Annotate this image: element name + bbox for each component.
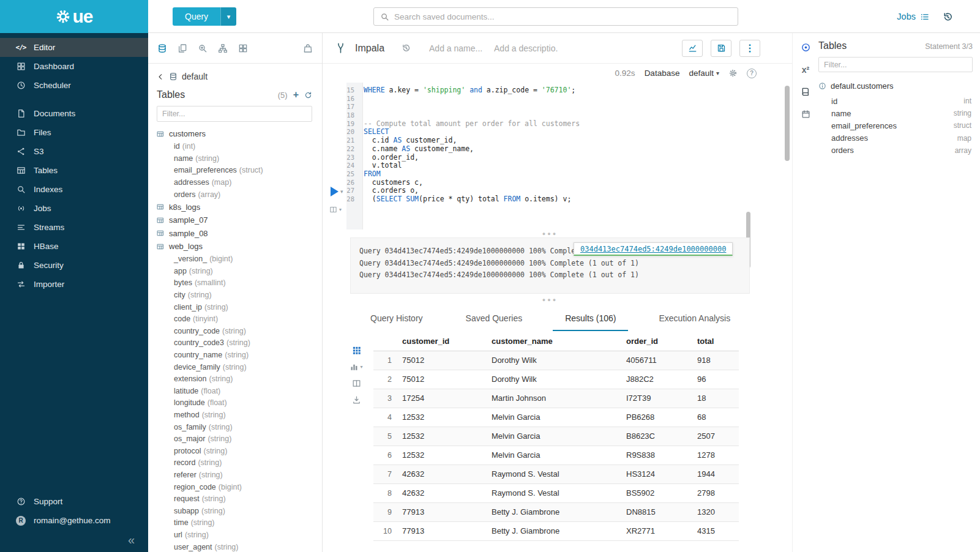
assist-column-row[interactable]: email_preferences(struct) <box>157 165 312 177</box>
documents-copy-icon[interactable] <box>178 43 187 53</box>
zoom-plus-icon[interactable] <box>198 43 208 53</box>
assist-column-row[interactable]: os_major(string) <box>157 433 312 445</box>
assist-column-row[interactable]: user_agent(string) <box>157 541 312 552</box>
tab-execution-analysis[interactable]: Execution Analysis <box>646 307 742 331</box>
sidebar-item-scheduler[interactable]: Scheduler <box>0 76 148 95</box>
assist-column-row[interactable]: region_code(bigint) <box>157 481 312 493</box>
sidebar-item-tables[interactable]: Tables <box>0 161 148 180</box>
sidebar-item-security[interactable]: Security <box>0 256 148 275</box>
assist-column-row[interactable]: code(tinyint) <box>157 313 312 325</box>
functions-superscript-icon[interactable]: x² <box>802 65 809 74</box>
code-line[interactable]: 16 <box>323 95 774 103</box>
sidebar-item-editor[interactable]: </>Editor <box>0 38 148 57</box>
assist-column-row[interactable]: longitude(float) <box>157 397 312 409</box>
code-line[interactable]: 25FROM <box>323 170 774 179</box>
assist-column-row[interactable]: extension(string) <box>157 373 312 385</box>
new-query-button[interactable]: Query ▾ <box>173 7 236 26</box>
right-filter-input[interactable] <box>824 61 967 69</box>
jobs-link[interactable]: Jobs <box>897 12 929 21</box>
assist-column-row[interactable]: client_ip(string) <box>157 301 312 313</box>
code-line[interactable]: 26 customers c, <box>323 179 774 187</box>
query-name-input[interactable] <box>429 43 485 53</box>
assist-column-row[interactable]: record(string) <box>157 457 312 469</box>
assist-table-sample-08[interactable]: sample_08 <box>157 226 312 240</box>
user-menu[interactable]: R romain@gethue.com <box>0 511 148 530</box>
assist-column-row[interactable]: id(int) <box>157 141 312 153</box>
assist-column-row[interactable]: bytes(smallint) <box>157 277 312 289</box>
sidebar-item-files[interactable]: Files <box>0 123 148 142</box>
sidebar-item-s3[interactable]: S3 <box>0 142 148 161</box>
code-line[interactable]: 27 c.orders o, <box>323 187 774 195</box>
assist-table-k8s-logs[interactable]: k8s_logs <box>157 200 312 214</box>
sidebar-item-jobs[interactable]: Jobs <box>0 199 148 218</box>
code-line[interactable]: 19-- Compute total amount per order for … <box>323 120 774 129</box>
assist-column-row[interactable]: subapp(string) <box>157 505 312 517</box>
code-line[interactable]: 18 <box>323 111 774 120</box>
assist-column-row[interactable]: country_code3(string) <box>157 337 312 349</box>
sidebar-item-documents[interactable]: Documents <box>0 104 148 123</box>
help-circle-icon[interactable]: ? <box>747 69 757 78</box>
save-query-button[interactable] <box>711 40 731 57</box>
query-history-icon[interactable] <box>943 12 953 22</box>
assist-column-row[interactable]: city(string) <box>157 289 312 301</box>
grid-view-icon[interactable] <box>352 346 361 355</box>
code-line[interactable]: 24 v.total <box>323 162 774 170</box>
assist-column-row[interactable]: name(string) <box>157 152 312 165</box>
breadcrumb[interactable]: default <box>157 72 312 81</box>
tab-saved-queries[interactable]: Saved Queries <box>454 307 535 331</box>
sidebar-item-indexes[interactable]: Indexes <box>0 180 148 199</box>
query-button-label[interactable]: Query <box>173 7 220 26</box>
assist-column-row[interactable]: url(string) <box>157 529 312 541</box>
assist-column-row[interactable]: orders(array) <box>157 188 312 201</box>
code-line[interactable]: 23 o.order_id, <box>323 154 774 162</box>
code-line[interactable]: 28 (SELECT SUM(price * qty) total FROM o… <box>323 195 774 204</box>
code-line[interactable]: 20SELECT <box>323 128 774 136</box>
assist-column-row[interactable]: time(string) <box>157 517 312 529</box>
assist-column-row[interactable]: app(string) <box>157 265 312 277</box>
assist-column-row[interactable]: device_family(string) <box>157 361 312 373</box>
code-line[interactable]: 15WHERE a.key = 'shipping' and a.zip_cod… <box>323 86 774 95</box>
more-actions-button[interactable]: ⋮ <box>739 40 760 57</box>
databases-icon[interactable] <box>157 43 167 53</box>
hue-logo[interactable]: ue <box>0 0 148 33</box>
column-item-orders[interactable]: ordersarray <box>818 144 973 157</box>
assistant-target-icon[interactable] <box>801 42 811 53</box>
calendar-icon[interactable] <box>801 110 810 119</box>
column-item-id[interactable]: idint <box>818 95 973 107</box>
search-input[interactable] <box>394 12 731 21</box>
columns-view-icon[interactable] <box>352 379 361 388</box>
sidebar-item-importer[interactable]: Importer <box>0 275 148 294</box>
database-selector[interactable]: default ▾ <box>689 69 719 78</box>
snippet-history-icon[interactable] <box>402 43 411 53</box>
column-header-customer-name[interactable]: customer_name <box>490 332 625 351</box>
assist-column-row[interactable]: country_name(string) <box>157 349 312 361</box>
collapse-sidebar-button[interactable]: « <box>128 534 135 546</box>
query-dropdown-caret[interactable]: ▾ <box>220 7 236 26</box>
statement-options-button[interactable]: ▾ <box>329 206 342 214</box>
sql-editor[interactable]: 15WHERE a.key = 'shipping' and a.zip_cod… <box>323 83 792 229</box>
sidebar-item-streams[interactable]: Streams <box>0 218 148 237</box>
column-item-email-preferences[interactable]: email_preferencesstruct <box>818 119 973 132</box>
code-line[interactable]: 22 c.name AS customer_name, <box>323 145 774 154</box>
main-scrollbar[interactable] <box>785 86 790 161</box>
column-header-customer-id[interactable]: customer_id <box>401 332 490 351</box>
chart-view-button[interactable]: ▾ <box>350 362 362 371</box>
assist-column-row[interactable]: _version_(bigint) <box>157 253 312 265</box>
column-item-name[interactable]: namestring <box>818 107 973 119</box>
settings-gear-icon[interactable] <box>728 69 738 78</box>
execute-button[interactable]: ▾ <box>331 187 343 196</box>
assist-column-row[interactable]: protocol(string) <box>157 445 312 457</box>
sidebar-item-hbase[interactable]: HBase <box>0 237 148 256</box>
query-description-input[interactable] <box>494 43 558 53</box>
assist-column-row[interactable]: os_family(string) <box>157 421 312 433</box>
chart-settings-button[interactable] <box>682 40 703 57</box>
active-table-row[interactable]: default.customers <box>818 81 973 91</box>
assist-column-row[interactable]: addresses(map) <box>157 176 312 188</box>
download-icon[interactable] <box>352 395 361 405</box>
add-table-icon[interactable]: + <box>293 90 299 100</box>
resize-handle-bottom[interactable]: ●●● <box>350 297 750 303</box>
code-line[interactable]: 17 <box>323 103 774 111</box>
assist-column-row[interactable]: request(string) <box>157 493 312 505</box>
sitemap-icon[interactable] <box>218 43 228 53</box>
assist-column-row[interactable]: latitude(float) <box>157 385 312 397</box>
